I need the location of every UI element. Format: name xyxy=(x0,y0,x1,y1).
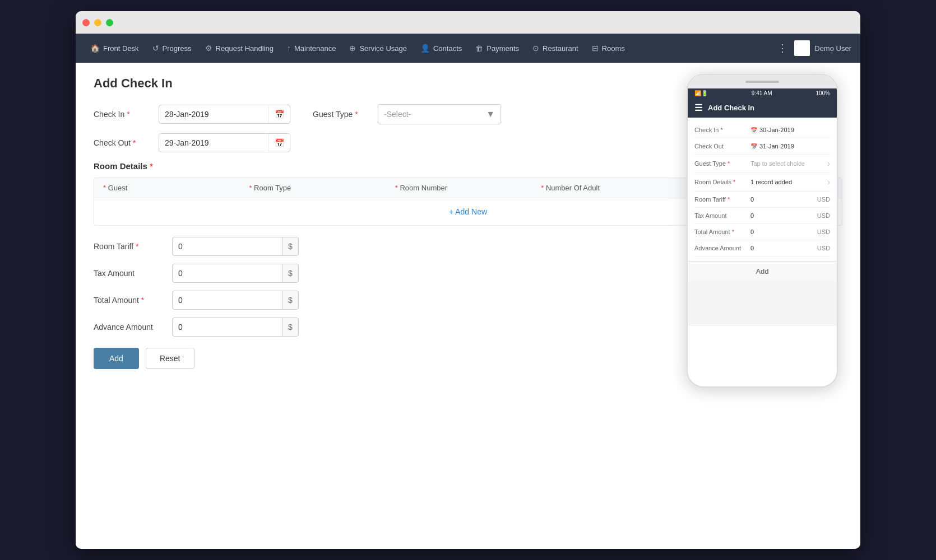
nav-maintenance-label: Maintenance xyxy=(294,44,336,53)
mobile-guest-type-arrow-icon: › xyxy=(827,159,830,168)
mobile-advance-amount-field: Advance Amount 0 USD xyxy=(694,240,830,256)
mobile-notch xyxy=(688,75,837,88)
room-tariff-input-wrapper: $ xyxy=(172,237,299,256)
mobile-check-out-value: 📅 31-Jan-2019 xyxy=(750,143,830,150)
nav-more-button[interactable]: ⋮ xyxy=(773,39,792,58)
total-amount-label: Total Amount * xyxy=(94,296,172,305)
mobile-check-out-cal-icon: 📅 xyxy=(750,143,757,150)
mobile-advance-amount-label: Advance Amount xyxy=(694,245,750,251)
guest-type-label: Guest Type * xyxy=(313,110,369,119)
guest-type-select-wrapper: -Select- Individual Group Corporate ▼ xyxy=(378,104,501,124)
nav-maintenance[interactable]: ↑ Maintenance xyxy=(281,40,341,56)
nav-contacts[interactable]: 👤 Contacts xyxy=(415,40,467,56)
room-details-required: * xyxy=(150,161,153,171)
mobile-body xyxy=(688,281,837,326)
mobile-add-button[interactable]: Add xyxy=(688,261,837,281)
check-in-label: Check In * xyxy=(94,110,150,119)
mobile-total-amount-currency: USD xyxy=(817,228,830,235)
titlebar xyxy=(76,11,860,34)
check-out-input[interactable] xyxy=(159,134,268,152)
mobile-tax-amount-currency: USD xyxy=(817,212,830,219)
mobile-statusbar: 📶🔋 9:41 AM 100% xyxy=(688,88,837,98)
progress-icon: ↺ xyxy=(152,44,159,53)
nav-restaurant[interactable]: ⊙ Restaurant xyxy=(527,40,584,56)
mobile-room-details-arrow-icon: › xyxy=(827,178,830,186)
advance-amount-currency-icon: $ xyxy=(282,318,298,336)
nav-user: Demo User xyxy=(794,40,851,56)
total-amount-input-wrapper: $ xyxy=(172,291,299,310)
nav-payments[interactable]: 🗑 Payments xyxy=(470,40,525,56)
total-amount-required: * xyxy=(141,296,144,305)
check-in-calendar-icon[interactable]: 📅 xyxy=(268,105,290,123)
mobile-tax-amount-label: Tax Amount xyxy=(694,212,750,219)
nav-contacts-label: Contacts xyxy=(433,44,462,53)
guest-type-select[interactable]: -Select- Individual Group Corporate xyxy=(378,105,480,123)
mobile-total-amount-label: Total Amount * xyxy=(694,228,750,235)
mobile-room-details-field[interactable]: Room Details * 1 record added › xyxy=(694,173,830,192)
mobile-total-amount-value: 0 xyxy=(750,228,817,235)
mobile-tax-amount-field: Tax Amount 0 USD xyxy=(694,208,830,224)
app-window: 🏠 Front Desk ↺ Progress ⚙ Request Handli… xyxy=(76,11,860,549)
close-button[interactable] xyxy=(82,19,90,26)
mobile-check-in-label: Check In * xyxy=(694,127,750,133)
mobile-check-in-value: 📅 30-Jan-2019 xyxy=(750,127,830,133)
add-button[interactable]: Add xyxy=(94,348,139,369)
mobile-time: 9:41 AM xyxy=(752,90,772,96)
nav-request-handling[interactable]: ⚙ Request Handling xyxy=(200,40,279,56)
maximize-button[interactable] xyxy=(106,19,113,26)
mobile-room-tariff-currency: USD xyxy=(817,196,830,203)
nav-rooms[interactable]: ⊟ Rooms xyxy=(586,40,631,56)
user-name: Demo User xyxy=(814,44,851,53)
mobile-guest-type-field[interactable]: Guest Type * Tap to select choice › xyxy=(694,155,830,173)
mobile-check-out-label: Check Out xyxy=(694,143,750,150)
nav-progress-label: Progress xyxy=(163,44,192,53)
mobile-room-details-value: 1 record added xyxy=(750,179,827,185)
tax-amount-input-wrapper: $ xyxy=(172,264,299,283)
minimize-button[interactable] xyxy=(94,19,101,26)
rooms-icon: ⊟ xyxy=(592,44,599,53)
nav-front-desk[interactable]: 🏠 Front Desk xyxy=(85,40,145,56)
mobile-check-out-field: Check Out 📅 31-Jan-2019 xyxy=(694,138,830,155)
nav-payments-label: Payments xyxy=(486,44,519,53)
mobile-preview: 📶🔋 9:41 AM 100% ☰ Add Check In Check In … xyxy=(687,74,838,388)
mobile-title: Add Check In xyxy=(708,104,754,112)
advance-amount-input-wrapper: $ xyxy=(172,318,299,337)
check-out-required: * xyxy=(133,138,136,147)
nav-restaurant-label: Restaurant xyxy=(543,44,578,53)
guest-type-group: Guest Type * -Select- Individual Group C… xyxy=(313,104,501,124)
nav-request-handling-label: Request Handling xyxy=(216,44,274,53)
mobile-guest-type-label: Guest Type * xyxy=(694,160,750,167)
mobile-menu-icon[interactable]: ☰ xyxy=(694,102,702,113)
nav-rooms-label: Rooms xyxy=(602,44,625,53)
total-amount-input[interactable] xyxy=(173,291,282,309)
check-in-input[interactable] xyxy=(159,105,268,123)
check-in-required: * xyxy=(127,110,129,119)
check-in-input-wrapper: 📅 xyxy=(159,105,290,124)
check-out-calendar-icon[interactable]: 📅 xyxy=(268,134,290,152)
check-out-label: Check Out * xyxy=(94,138,150,147)
mobile-room-details-label: Room Details * xyxy=(694,179,750,185)
reset-button[interactable]: Reset xyxy=(146,348,194,369)
room-tariff-label: Room Tariff * xyxy=(94,242,172,251)
notch-line xyxy=(745,81,779,83)
nav-progress[interactable]: ↺ Progress xyxy=(147,40,197,56)
mobile-check-in-field: Check In * 📅 30-Jan-2019 xyxy=(694,122,830,138)
nav-front-desk-label: Front Desk xyxy=(103,44,139,53)
maintenance-icon: ↑ xyxy=(287,44,291,53)
room-tariff-currency-icon: $ xyxy=(282,237,298,255)
mobile-check-in-cal-icon: 📅 xyxy=(750,127,757,133)
th-number-of-adult: * Number Of Adult xyxy=(541,184,687,192)
service-usage-icon: ⊕ xyxy=(349,44,356,53)
mobile-guest-type-value: Tap to select choice xyxy=(750,160,827,167)
th-room-number: * Room Number xyxy=(395,184,541,192)
room-tariff-input[interactable] xyxy=(173,237,282,255)
nav-service-usage[interactable]: ⊕ Service Usage xyxy=(344,40,413,56)
tax-amount-currency-icon: $ xyxy=(282,264,298,282)
advance-amount-input[interactable] xyxy=(173,318,282,336)
room-tariff-required: * xyxy=(136,242,138,251)
main-content: Add Check In Check In * 📅 Guest Type * xyxy=(76,63,860,549)
mobile-room-tariff-field: Room Tariff * 0 USD xyxy=(694,192,830,208)
mobile-navbar: ☰ Add Check In xyxy=(688,98,837,118)
check-in-group: Check In * 📅 xyxy=(94,105,290,124)
tax-amount-input[interactable] xyxy=(173,264,282,282)
